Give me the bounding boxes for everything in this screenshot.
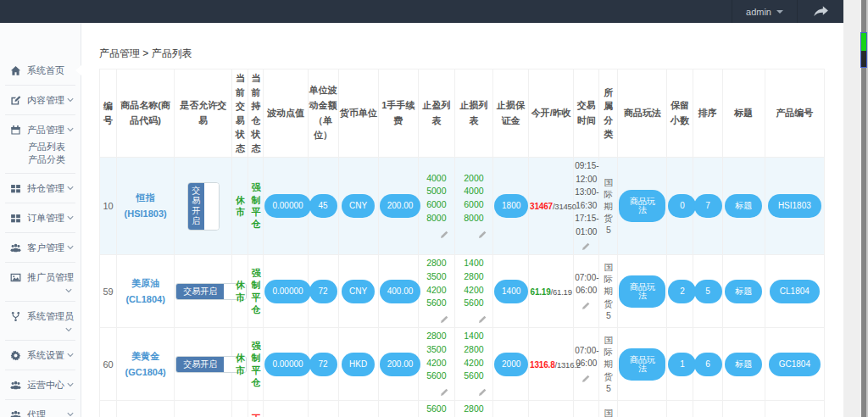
container [575,374,598,385]
edit-pencil-icon-stop_loss[interactable] [478,387,487,397]
sidebar-item-持仓管理[interactable]: 持仓管理 [0,180,81,197]
decimals-pill-button[interactable]: 1 [668,353,696,376]
decimals-pill-button[interactable]: 2 [668,280,696,303]
column-header-position_status: 当 前 持 仓 状 态 [248,70,264,158]
sidebar-divider [5,173,75,174]
logout-arrow-icon [813,5,829,19]
currency-pill-button[interactable]: HKD [342,353,375,376]
edit-pencil-icon-trade_time[interactable] [581,301,591,310]
fee-pill-button[interactable]: 200.00 [380,194,421,218]
sl_margin-pill-button[interactable]: 2000 [494,353,528,376]
name-cell: 美原油 (CL1804) [117,255,175,328]
column-header-trade_time: 交易时间 [574,70,599,158]
sidebar-item-系统管理员[interactable]: 系统管理员 [0,308,81,334]
sort-pill-button[interactable]: 5 [694,280,722,303]
sl_margin-pill-button[interactable]: 1800 [494,194,528,218]
chevron-down-icon [67,186,74,191]
sidebar-subitem-产品分类[interactable]: 产品分类 [28,153,81,166]
scrollbar-thumb[interactable] [860,32,867,68]
product_code-pill-button[interactable]: GC1804 [769,353,821,376]
sidebar-subitem-产品列表[interactable]: 产品列表 [28,141,81,153]
sidebar-item-label: 持仓管理 [27,182,64,195]
decimals-pill-button[interactable]: 0 [668,194,696,218]
product_code-pill-button[interactable]: CL1804 [770,280,820,303]
trade_time-cell: 09:15- 12:00 13:00- 16:30 17:15- 01:00 [574,158,599,255]
image-icon [10,271,22,283]
admin-menu[interactable]: admin [732,0,798,23]
fee-pill-button[interactable]: 400.00 [380,280,421,303]
product-name-link[interactable]: 恒指 (HSI1803) [125,192,167,219]
position_status-cell: 强 制 平 仓 [248,255,264,328]
logout-button[interactable] [798,0,843,23]
product_code-pill-button[interactable]: HSI1803 [768,194,821,218]
title-pill-button[interactable]: 标题 [725,353,762,376]
trade_time-cell: 07:00- 06:00 [574,328,599,401]
sidebar: 系统首页内容管理产品管理产品列表产品分类持仓管理订单管理客户管理推广员管理系统管… [0,23,81,417]
sidebar-item-代理[interactable]: 代理 [0,406,81,417]
toggle-cell: 交易开启 [175,401,232,417]
sidebar-item-推广员管理[interactable]: 推广员管理 [0,269,81,295]
sidebar-item-订单管理[interactable]: 订单管理 [0,209,81,226]
unit_amount-pill-button[interactable]: 72 [309,280,337,303]
sidebar-item-label: 代理 [27,409,46,417]
edit-pencil-icon-stop_loss[interactable] [478,230,487,239]
currency-cell: CNY [338,255,378,328]
container [456,314,492,325]
point_value-cell: 0.00000 [264,158,308,255]
currency-pill-button[interactable]: CNY [342,194,375,218]
decimals-cell: 1 [667,328,693,401]
sidebar-item-label: 系统设置 [27,349,64,362]
stop_loss-cell: 2000 4000 6000 8000 [454,158,492,255]
column-header-sl_margin: 止损保证金 [493,70,529,158]
sidebar-item-系统首页[interactable]: 系统首页 [0,62,81,79]
product-name-link[interactable]: 美黄金 (GC1804) [125,351,165,377]
title-cell: 标题 [722,401,765,417]
edit-pencil-icon-stop_loss[interactable] [478,314,487,324]
sidebar-item-运营中心[interactable]: 运营中心 [0,376,81,393]
fee-pill-button[interactable]: 200.00 [380,353,421,376]
sl_margin-pill-button[interactable]: 1400 [494,280,528,303]
product-name-link[interactable]: 美原油 (CL1804) [125,278,164,304]
unit_amount-pill-button[interactable]: 45 [309,194,337,218]
stop_loss-values: 2800 5600 8400 11200 [462,403,486,417]
play-pill-button[interactable]: 商品玩法 [619,190,665,222]
title-cell: 标题 [722,158,765,255]
id-cell: 62 [100,401,117,417]
sidebar-item-系统设置[interactable]: 系统设置 [0,347,81,364]
sidebar-item-label: 推广员管理 [27,271,74,284]
sidebar-item-内容管理[interactable]: 内容管理 [0,92,81,108]
edit-pencil-icon-take_profit[interactable] [440,230,449,239]
grid-icon [10,212,22,224]
trade-allowed-toggle[interactable]: 交 易 开 启 [187,182,220,231]
column-header-trade_status: 当 前 交 易 状 态 [232,70,248,158]
edit-pencil-icon-take_profit[interactable] [440,314,449,324]
point_value-pill-button[interactable]: 0.00000 [264,280,310,303]
sort-pill-button[interactable]: 7 [694,194,722,218]
column-header-stop_loss: 止损列表 [454,70,492,158]
unit_amount-pill-button[interactable]: 72 [309,353,337,376]
toggle-cell: 交易开启 [175,255,232,328]
edit-pencil-icon-take_profit[interactable] [440,387,449,397]
title-pill-button[interactable]: 标题 [725,280,762,303]
sidebar-item-客户管理[interactable]: 客户管理 [0,239,81,256]
currency-pill-button[interactable]: CNY [342,280,375,303]
point_value-pill-button[interactable]: 0.00000 [264,194,310,218]
category-cell: 国 际 期 货 5 [599,401,618,417]
sort-cell: 6 [693,328,722,401]
sort-pill-button[interactable]: 6 [694,353,722,376]
play-pill-button[interactable]: 商品玩法 [619,275,665,308]
edit-pencil-icon-trade_time[interactable] [581,374,591,383]
currency-cell: CNY [338,158,378,255]
open_close-cell: 1316.8/1316.2 [529,328,574,401]
point_value-pill-button[interactable]: 0.00000 [264,353,310,376]
trade-time-values: 09:15- 12:00 13:00- 16:30 17:15- 01:00 [575,161,598,236]
currency-cell: CNY [338,401,378,417]
title-pill-button[interactable]: 标题 [725,194,762,218]
position_status-text: 强 制 平 仓 [251,341,260,387]
edit-pencil-icon-trade_time[interactable] [581,242,591,251]
container [420,387,453,398]
play-pill-button[interactable]: 商品玩法 [619,348,665,381]
take_profit-values: 2800 3500 4200 5600 [426,331,446,381]
sidebar-item-产品管理[interactable]: 产品管理 [0,121,81,138]
open-value: 61.19 [531,287,551,297]
